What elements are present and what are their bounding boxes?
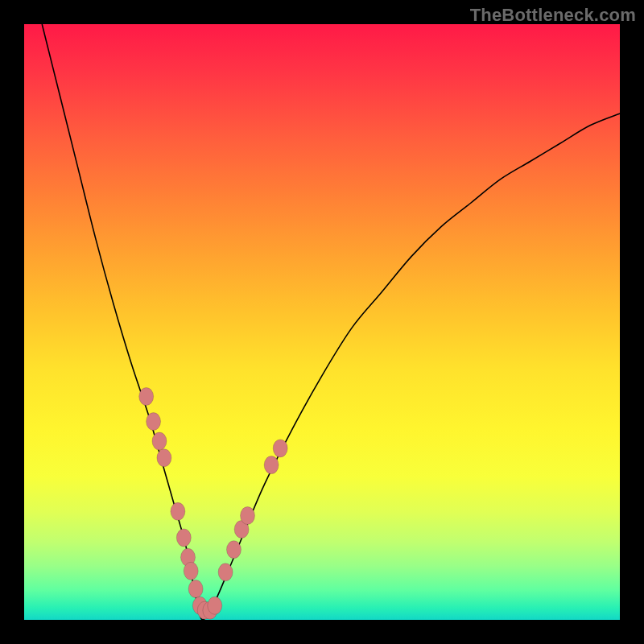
data-dot — [188, 580, 203, 598]
bottleneck-curve — [42, 24, 620, 620]
data-dot — [184, 562, 198, 580]
data-dot — [273, 440, 287, 457]
data-dot — [218, 564, 233, 581]
watermark-text: TheBottleneck.com — [470, 5, 636, 26]
data-dot — [208, 597, 222, 614]
data-dot — [241, 507, 255, 525]
data-dot — [157, 449, 171, 467]
data-dot — [139, 388, 154, 406]
data-dot — [171, 502, 185, 520]
data-dot — [264, 456, 279, 474]
data-dot — [152, 432, 167, 450]
dot-group — [139, 388, 288, 620]
chart-frame: TheBottleneck.com — [0, 0, 644, 644]
plot-area — [24, 24, 620, 620]
data-dot — [147, 413, 161, 431]
curve-layer — [24, 24, 620, 620]
data-dot — [226, 541, 241, 559]
data-dot — [176, 529, 191, 547]
